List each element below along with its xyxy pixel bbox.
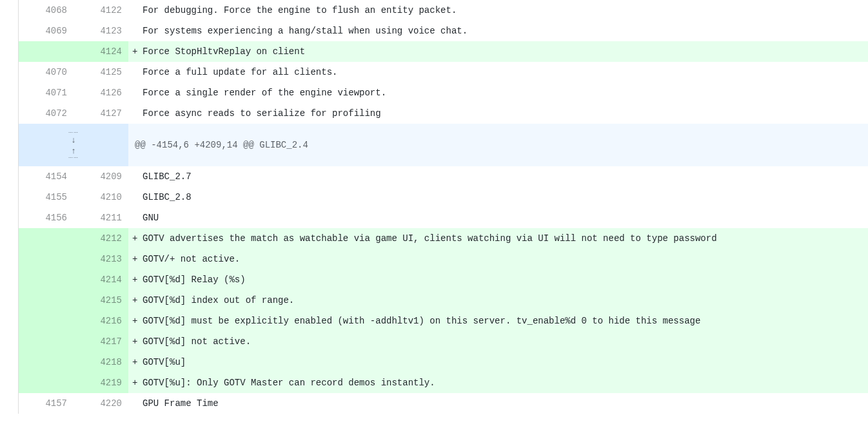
code-content: GOTV[%d] Relay (%s) [143, 269, 868, 290]
expand-up-icon: ↑⋯⋯ [68, 146, 79, 160]
code-content: GOTV[%d] not active. [143, 331, 868, 352]
diff-line: 4216+GOTV[%d] must be explicitly enabled… [19, 311, 868, 331]
code-content: Force StopHltvReplay on client [143, 41, 868, 62]
diff-line: 40694123For systems experiencing a hang/… [19, 21, 868, 41]
old-line-number[interactable] [19, 228, 74, 249]
old-line-number[interactable] [19, 41, 74, 62]
diff-marker [128, 21, 143, 41]
new-line-number[interactable]: 4218 [74, 352, 128, 372]
diff-line: 4214+GOTV[%d] Relay (%s) [19, 269, 868, 290]
diff-marker: + [128, 331, 143, 352]
diff-line: 40724127Force async reads to serialize f… [19, 103, 868, 124]
old-line-number[interactable]: 4069 [19, 21, 74, 41]
diff-marker [128, 62, 143, 82]
code-content: Force a single render of the engine view… [143, 82, 868, 103]
diff-marker: + [128, 269, 143, 290]
diff-line: 4124+Force StopHltvReplay on client [19, 41, 868, 62]
old-line-number[interactable] [19, 372, 74, 393]
old-line-number[interactable]: 4157 [19, 393, 74, 414]
old-line-number[interactable] [19, 331, 74, 352]
code-content: GOTV[%u]: Only GOTV Master can record de… [143, 372, 868, 393]
diff-marker [128, 393, 143, 414]
hunk-header: ⋯⋯↓↑⋯⋯@@ -4154,6 +4209,14 @@ GLIBC_2.4 [19, 124, 868, 166]
diff-line: 4212+GOTV advertises the match as watcha… [19, 228, 868, 249]
new-line-number[interactable]: 4217 [74, 331, 128, 352]
expand-down-icon: ⋯⋯↓ [68, 130, 79, 144]
diff-marker: + [128, 41, 143, 62]
new-line-number[interactable]: 4216 [74, 311, 128, 331]
new-line-number[interactable]: 4215 [74, 290, 128, 311]
old-line-number[interactable] [19, 311, 74, 331]
new-line-number[interactable]: 4213 [74, 249, 128, 269]
old-line-number[interactable] [19, 249, 74, 269]
code-content: For debugging. Force the engine to flush… [143, 0, 868, 21]
new-line-number[interactable]: 4214 [74, 269, 128, 290]
old-line-number[interactable] [19, 269, 74, 290]
code-content: GOTV[%d] index out of range. [143, 290, 868, 311]
new-line-number[interactable]: 4124 [74, 41, 128, 62]
diff-marker: + [128, 249, 143, 269]
new-line-number[interactable]: 4126 [74, 82, 128, 103]
diff-marker: + [128, 352, 143, 372]
new-line-number[interactable]: 4220 [74, 393, 128, 414]
new-line-number[interactable]: 4219 [74, 372, 128, 393]
code-content: GLIBC_2.7 [143, 166, 868, 187]
diff-marker [128, 103, 143, 124]
diff-marker: + [128, 311, 143, 331]
diff-line: 4218+GOTV[%u] [19, 352, 868, 372]
old-line-number[interactable]: 4068 [19, 0, 74, 21]
diff-line: 41544209GLIBC_2.7 [19, 166, 868, 187]
new-line-number[interactable]: 4122 [74, 0, 128, 21]
code-content: GOTV[%u] [143, 352, 868, 372]
code-content: GPU Frame Time [143, 393, 868, 414]
diff-marker: + [128, 372, 143, 393]
diff-table: 40684122For debugging. Force the engine … [18, 0, 868, 414]
code-content: GLIBC_2.8 [143, 187, 868, 208]
old-line-number[interactable] [19, 290, 74, 311]
new-line-number[interactable]: 4212 [74, 228, 128, 249]
expand-hunk-button[interactable]: ⋯⋯↓↑⋯⋯ [19, 124, 128, 166]
diff-line: 41554210GLIBC_2.8 [19, 187, 868, 208]
code-content: Force async reads to serialize for profi… [143, 103, 868, 124]
diff-marker [128, 166, 143, 187]
code-content: For systems experiencing a hang/stall wh… [143, 21, 868, 41]
new-line-number[interactable]: 4127 [74, 103, 128, 124]
code-content: GOTV advertises the match as watchable v… [143, 228, 868, 249]
diff-line: 4213+GOTV/+ not active. [19, 249, 868, 269]
diff-line: 41564211GNU [19, 208, 868, 228]
old-line-number[interactable]: 4070 [19, 62, 74, 82]
diff-line: 4219+GOTV[%u]: Only GOTV Master can reco… [19, 372, 868, 393]
old-line-number[interactable] [19, 352, 74, 372]
code-content: GOTV/+ not active. [143, 249, 868, 269]
hunk-header-text: @@ -4154,6 +4209,14 @@ GLIBC_2.4 [128, 124, 868, 166]
diff-marker [128, 208, 143, 228]
old-line-number[interactable]: 4154 [19, 166, 74, 187]
old-line-number[interactable]: 4072 [19, 103, 74, 124]
diff-line: 40704125Force a full update for all clie… [19, 62, 868, 82]
new-line-number[interactable]: 4211 [74, 208, 128, 228]
code-content: GOTV[%d] must be explicitly enabled (wit… [143, 311, 868, 331]
old-line-number[interactable]: 4155 [19, 187, 74, 208]
diff-line: 41574220GPU Frame Time [19, 393, 868, 414]
diff-marker [128, 82, 143, 103]
diff-line: 40684122For debugging. Force the engine … [19, 0, 868, 21]
new-line-number[interactable]: 4209 [74, 166, 128, 187]
new-line-number[interactable]: 4210 [74, 187, 128, 208]
code-content: Force a full update for all clients. [143, 62, 868, 82]
diff-marker: + [128, 290, 143, 311]
diff-line: 4215+GOTV[%d] index out of range. [19, 290, 868, 311]
diff-marker: + [128, 228, 143, 249]
old-line-number[interactable]: 4071 [19, 82, 74, 103]
diff-marker [128, 187, 143, 208]
diff-line: 4217+GOTV[%d] not active. [19, 331, 868, 352]
diff-line: 40714126Force a single render of the eng… [19, 82, 868, 103]
new-line-number[interactable]: 4125 [74, 62, 128, 82]
new-line-number[interactable]: 4123 [74, 21, 128, 41]
diff-marker [128, 0, 143, 21]
old-line-number[interactable]: 4156 [19, 208, 74, 228]
code-content: GNU [143, 208, 868, 228]
